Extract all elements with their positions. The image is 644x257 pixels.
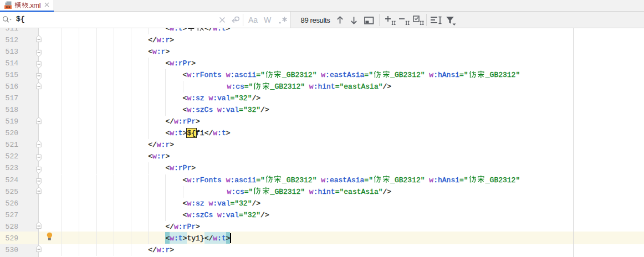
svg-text:<>: <> (6, 5, 11, 9)
